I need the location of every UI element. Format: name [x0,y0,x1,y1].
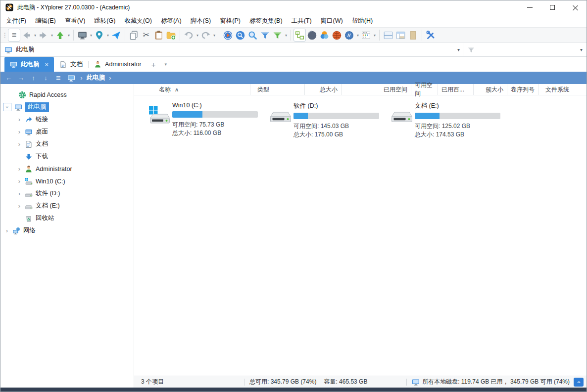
column-header-cluster-size[interactable]: 簇大小 [474,84,507,95]
breadcrumb-chevron-icon[interactable]: › [80,74,82,82]
breadcrumb-menu-icon[interactable]: ≡ [56,74,60,83]
dark-mode-button[interactable] [306,29,318,42]
column-header-free-space[interactable]: 可用空间 [411,84,438,95]
menu-go[interactable]: 跳转(G) [90,14,120,27]
address-input[interactable]: 此电脑 ▾ [0,43,463,56]
tree-item-network[interactable]: › 网络 [0,224,134,237]
this-pc-button[interactable] [76,29,89,42]
tree-item-links[interactable]: › 链接 [0,113,134,126]
column-header-serial[interactable]: 卷序列号 [507,84,539,95]
chevron-right-icon[interactable]: › [17,165,22,173]
tab-this-pc[interactable]: 此电脑 × [4,57,54,72]
menu-tabsets[interactable]: 标签页集(B) [245,14,287,27]
cut-button[interactable]: ✂ [140,29,152,42]
live-filter-button[interactable] [234,29,246,42]
drive-tile-d[interactable]: 软件 (D:) 可用空间: 145.03 GB 总大小: 175.00 GB [270,101,391,138]
chevron-right-icon[interactable]: › [17,116,22,123]
menu-panes[interactable]: 窗格(P) [215,14,245,27]
report-view-button[interactable] [360,29,372,42]
chevron-right-icon[interactable]: › [17,190,22,197]
column-header-total-size[interactable]: 总大小 [305,84,342,95]
visual-filter-button[interactable] [271,29,284,42]
address-dropdown[interactable]: ▾ [457,47,460,52]
tab-administrator[interactable]: Administrator [89,57,147,72]
close-button[interactable] [564,0,587,14]
breadcrumb-down-button[interactable]: ↓ [40,74,52,82]
undo-dropdown[interactable]: ▾ [196,33,199,38]
tree-item-drive-c[interactable]: › Win10 (C:) [0,175,134,187]
go-to-button[interactable] [110,29,122,42]
column-header-used-space[interactable]: 已用空间 [342,84,411,95]
tab-close-icon[interactable]: × [45,61,49,68]
visual-filter-box-dropdown[interactable]: ▾ [580,47,583,52]
breadcrumb-forward-button[interactable]: → [15,74,27,82]
mirror-browse-button[interactable] [222,29,234,42]
tab-documents[interactable]: 文档 [54,57,88,72]
find-files-button[interactable] [246,29,259,42]
menu-window[interactable]: 窗口(W) [316,14,347,27]
tree-item-documents[interactable]: › 文档 [0,138,134,150]
forward-dropdown[interactable]: ▾ [50,33,54,38]
expand-status-button[interactable]: › [574,378,584,387]
location-dropdown[interactable]: ▾ [106,33,110,38]
tree-toggle-button[interactable] [294,29,306,42]
menu-edit[interactable]: 编辑(E) [31,14,60,27]
menu-scripting[interactable]: 脚本(S) [186,14,216,27]
undo-button[interactable] [183,29,195,42]
breadcrumb-up-button[interactable]: ↑ [27,74,40,82]
redo-button[interactable] [199,29,212,42]
breadcrumb-current-folder[interactable]: 此电脑 [87,74,105,82]
menu-tools[interactable]: 工具(T) [287,14,316,27]
up-button[interactable] [54,29,66,42]
tree-item-desktop[interactable]: › 桌面 [0,126,134,138]
tree-item-drive-d[interactable]: › 软件 (D:) [0,187,134,200]
minimize-button[interactable] [518,0,541,14]
tag-badge-dropdown[interactable]: ▾ [356,33,360,38]
tree-item-administrator[interactable]: › Administrator [0,163,134,175]
redo-dropdown[interactable]: ▾ [212,33,216,38]
chevron-right-icon[interactable]: › [17,140,22,148]
chevron-right-icon[interactable]: › [4,227,9,234]
back-dropdown[interactable]: ▾ [33,33,37,38]
tree-item-this-pc[interactable]: › 此电脑 [0,101,134,113]
highlights-button[interactable] [331,29,343,42]
visual-filter-box[interactable]: ▾ [463,43,587,56]
column-header-used-percent[interactable]: 已用百... [438,84,474,95]
paste-button[interactable] [152,29,165,42]
column-header-filesystem[interactable]: 文件系统 [539,84,574,95]
drive-tile-e[interactable]: 文档 (E:) 可用空间: 125.02 GB 总大小: 174.53 GB [391,101,512,138]
drive-tile-c[interactable]: Win10 (C:) 可用空间: 75.73 GB 总大小: 116.00 GB [148,101,270,137]
chevron-right-icon[interactable]: › [17,128,22,135]
menu-tags[interactable]: 标签(A) [156,14,186,27]
menu-file[interactable]: 文件(F) [1,14,31,27]
tree-item-rapid-access[interactable]: Rapid Access [0,88,134,101]
breadcrumb-this-pc-icon[interactable] [65,74,76,82]
menu-help[interactable]: 帮助(H) [347,14,377,27]
expander-box[interactable]: › [3,103,11,111]
location-button[interactable] [93,29,105,42]
tree-item-downloads[interactable]: 下载 [0,150,134,163]
preview-pane-button[interactable] [407,29,419,42]
horizontal-panes-button[interactable] [382,29,394,42]
new-tab-button[interactable]: + [147,57,160,72]
this-pc-dropdown[interactable]: ▾ [89,33,93,38]
forward-button[interactable] [37,29,49,42]
chevron-right-icon[interactable]: › [17,202,22,210]
tree-item-drive-e[interactable]: › 文档 (E:) [0,200,134,212]
menu-favorites[interactable]: 收藏夹(O) [120,14,156,27]
breadcrumb-chevron-icon[interactable]: › [109,74,111,82]
toolbar-drag-handle-icon[interactable]: ⋮ [2,34,8,37]
color-filters-button[interactable] [318,29,331,42]
report-view-dropdown[interactable]: ▾ [373,33,377,38]
menu-toggle-button[interactable]: ≡ [8,29,20,42]
maximize-button[interactable] [541,0,564,14]
menu-view[interactable]: 查看(V) [60,14,90,27]
column-header-type[interactable]: 类型 [250,84,305,95]
tag-badge-button[interactable] [343,29,355,42]
back-button[interactable] [20,29,33,42]
breadcrumb-back-button[interactable]: ← [2,74,15,82]
mini-tree-pane-button[interactable] [394,29,407,42]
filter-button[interactable] [259,29,271,42]
new-folder-button[interactable] [165,29,177,42]
column-header-name[interactable]: 名称 ʌ [134,84,250,95]
